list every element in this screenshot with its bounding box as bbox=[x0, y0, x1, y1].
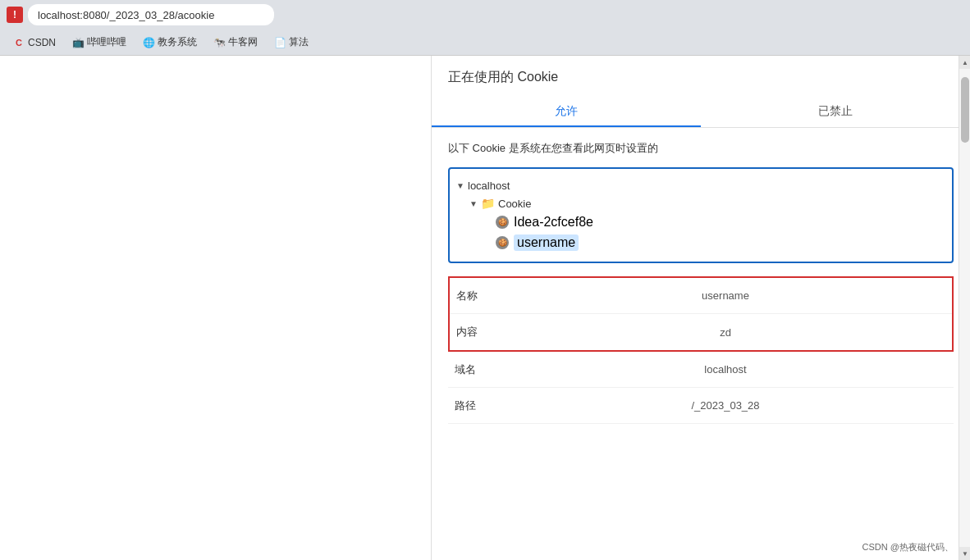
jiaowu-icon: 🌐 bbox=[143, 37, 154, 48]
scrollbar[interactable]: ▲ ▼ bbox=[959, 56, 970, 560]
folder-icon: 📁 bbox=[481, 197, 495, 210]
value-content: zd bbox=[506, 326, 945, 339]
address-bar: ! localhost:8080/_2023_03_28/acookie bbox=[0, 0, 970, 30]
bookmark-jiaowu[interactable]: 🌐 教务系统 bbox=[136, 33, 204, 52]
folder-label: Cookie bbox=[498, 198, 531, 210]
label-domain: 域名 bbox=[455, 353, 504, 386]
url-bar[interactable]: localhost:8080/_2023_03_28/acookie bbox=[28, 4, 274, 25]
cookie-tree: ▼ localhost ▼ 📁 Cookie 🍪 Id bbox=[448, 167, 954, 263]
scroll-down-arrow[interactable]: ▼ bbox=[959, 547, 970, 560]
bookmark-niuke[interactable]: 🐄 牛客网 bbox=[207, 33, 264, 52]
bookmarks-bar: C CSDN 📺 哔哩哔哩 🌐 教务系统 🐄 牛客网 📄 算法 bbox=[0, 30, 970, 56]
label-name: 名称 bbox=[456, 280, 506, 312]
dialog-title: 正在使用的 Cookie bbox=[432, 56, 970, 96]
watermark: CSDN @热夜磁代码、 bbox=[862, 541, 954, 553]
browser-window: ! localhost:8080/_2023_03_28/acookie C C… bbox=[0, 0, 970, 560]
cookie-icon-username: 🍪 bbox=[496, 236, 509, 249]
value-path: /_2023_03_28 bbox=[504, 399, 947, 412]
tab-allow[interactable]: 允许 bbox=[432, 96, 701, 127]
highlighted-box: 名称 username 内容 zd bbox=[448, 276, 954, 352]
cookie-description: 以下 Cookie 是系统在您查看此网页时设置的 bbox=[448, 141, 954, 156]
cookie-name-idea: Idea-2cfcef8e bbox=[514, 215, 593, 230]
suanfa-icon: 📄 bbox=[274, 37, 286, 48]
arrow-down-icon: ▼ bbox=[456, 181, 464, 190]
detail-row-domain: 域名 localhost bbox=[448, 352, 954, 388]
tree-item-idea[interactable]: 🍪 Idea-2cfcef8e bbox=[496, 212, 945, 232]
csdn-icon: C bbox=[13, 37, 25, 48]
niuke-icon: 🐄 bbox=[213, 37, 225, 48]
detail-row-content: 内容 zd bbox=[450, 314, 952, 350]
scroll-up-arrow[interactable]: ▲ bbox=[959, 56, 970, 69]
security-icon[interactable]: ! bbox=[7, 7, 23, 23]
tree-folder-node[interactable]: ▼ 📁 Cookie bbox=[469, 194, 945, 212]
tree-folder: ▼ 📁 Cookie 🍪 Idea-2cfcef8e 🍪 bbox=[469, 194, 945, 253]
tabs-container: 允许 已禁止 bbox=[432, 96, 970, 128]
scroll-thumb[interactable] bbox=[961, 77, 969, 143]
detail-row-name: 名称 username bbox=[450, 278, 952, 314]
tree-cookies: 🍪 Idea-2cfcef8e 🍪 username bbox=[496, 212, 945, 253]
tree-root-host[interactable]: ▼ localhost bbox=[456, 177, 945, 194]
detail-row-path: 路径 /_2023_03_28 bbox=[448, 388, 954, 424]
host-label: localhost bbox=[468, 180, 510, 192]
cookie-dialog: 正在使用的 Cookie 允许 已禁止 以下 Cookie 是系统在您查看此网页… bbox=[431, 56, 970, 560]
webpage-area bbox=[0, 56, 435, 560]
bookmark-bilibili[interactable]: 📺 哔哩哔哩 bbox=[66, 33, 133, 52]
label-content: 内容 bbox=[456, 316, 506, 348]
value-name: username bbox=[506, 289, 945, 302]
bookmark-suanfa[interactable]: 📄 算法 bbox=[268, 33, 315, 52]
tree-item-username[interactable]: 🍪 username bbox=[496, 232, 945, 253]
details-table: 名称 username 内容 zd 域名 localhost 路径 bbox=[448, 276, 954, 424]
label-path: 路径 bbox=[455, 389, 504, 422]
bilibili-icon: 📺 bbox=[72, 37, 84, 48]
cookie-name-username: username bbox=[514, 234, 579, 251]
bookmark-csdn[interactable]: C CSDN bbox=[7, 33, 62, 52]
value-domain: localhost bbox=[504, 363, 947, 376]
cookie-content: 以下 Cookie 是系统在您查看此网页时设置的 ▼ localhost ▼ 📁… bbox=[432, 128, 970, 560]
cookie-icon-idea: 🍪 bbox=[496, 216, 509, 229]
tab-blocked[interactable]: 已禁止 bbox=[701, 96, 970, 127]
folder-arrow-icon: ▼ bbox=[469, 199, 478, 208]
